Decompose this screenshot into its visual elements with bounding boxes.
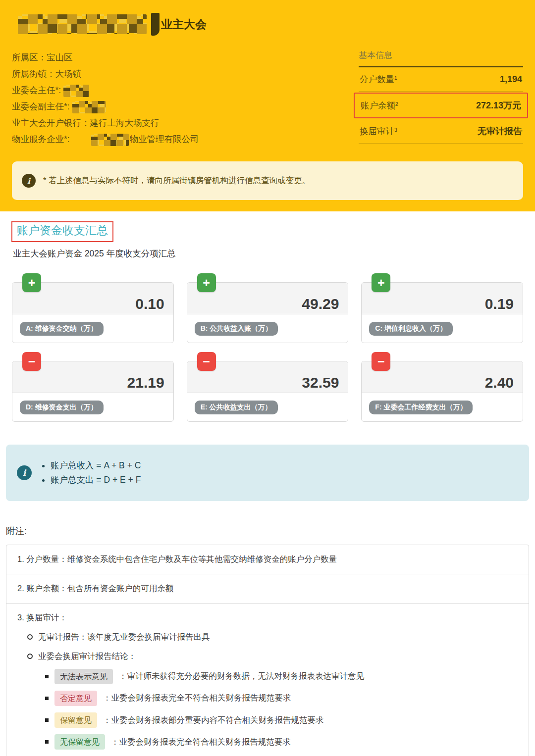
- redacted-title-text: [18, 14, 147, 34]
- row-label: 账户余额²: [361, 100, 398, 111]
- card-value: 49.29: [302, 296, 339, 312]
- notes-heading: 附注:: [6, 525, 523, 537]
- page-title: 业主大会: [12, 13, 523, 36]
- formula-total-income: 账户总收入 = A + B + C: [51, 458, 141, 473]
- redacted-company-name: [91, 134, 129, 146]
- plus-icon: +: [22, 273, 41, 292]
- circle-bullet-icon: [27, 634, 33, 640]
- section-subtitle: 业主大会账户资金 2025 年度收支分项汇总: [13, 248, 523, 259]
- conclusion-unqualified-opinion: 无保留意见 ：业委会财务报表完全符合相关财务报告规范要求: [45, 734, 518, 750]
- minus-icon: −: [22, 352, 41, 371]
- formula-list: 账户总收入 = A + B + C 账户总支出 = D + E + F: [40, 458, 141, 487]
- field-property-company: 物业服务企业*: 物业管理有限公司: [12, 131, 359, 148]
- field-subdistrict: 所属街镇：大场镇: [12, 66, 359, 82]
- header-disclaimer-note: i * 若上述信息与实际不符时，请向所属街镇房管机构进行信息查询或变更。: [12, 161, 523, 200]
- plus-icon: +: [372, 273, 390, 292]
- card-label-pill: B: 公共收益入账（万）: [195, 322, 278, 336]
- card-value: 0.19: [485, 296, 514, 312]
- row-label: 分户数量¹: [360, 73, 397, 85]
- square-bullet-icon: [45, 740, 49, 744]
- circle-bullet-icon: [27, 654, 33, 659]
- card-label-pill: A: 维修资金交纳（万）: [20, 322, 104, 336]
- field-committee-vice-director: 业委会副主任*:: [12, 99, 359, 115]
- card-value: 2.40: [485, 374, 514, 391]
- row-value: 无审计报告: [478, 125, 522, 137]
- conclusion-qualified-opinion: 保留意见 ：业委会财务报表部分重要内容不符合相关财务报告规范要求: [45, 712, 518, 728]
- notes-list: 1. 分户数量：维修资金系统中包含住宅户数及车位等其他需交纳维修资金的账户分户数…: [6, 545, 529, 756]
- summary-card-e: − 32.59 E: 公共收益支出（万）: [187, 361, 349, 422]
- summary-card-a: + 0.10 A: 维修资金交纳（万）: [12, 282, 174, 343]
- note-item-2: 2. 账户余额：包含所有资金账户的可用余额: [6, 574, 529, 604]
- summary-card-c: + 0.19 C: 增值利息收入（万）: [361, 282, 523, 343]
- basic-info-row-accounts: 分户数量¹ 1,194: [359, 67, 523, 92]
- square-bullet-icon: [45, 697, 49, 700]
- opinion-badge: 无法表示意见: [54, 669, 113, 684]
- summary-card-d: − 21.19 D: 维修资金支出（万）: [12, 361, 174, 422]
- opinion-badge: 无保留意见: [54, 734, 105, 750]
- income-cards-row: + 0.10 A: 维修资金交纳（万） + 49.29 B: 公共收益入账（万）…: [12, 282, 523, 343]
- basic-info-title: 基本信息: [359, 50, 523, 67]
- card-label-pill: F: 业委会工作经费支出（万）: [369, 401, 473, 414]
- card-label-pill: C: 增值利息收入（万）: [369, 322, 453, 336]
- basic-info-row-audit: 换届审计³ 无审计报告: [359, 119, 523, 144]
- square-bullet-icon: [45, 675, 49, 678]
- redacted-name: [63, 85, 89, 97]
- info-icon: i: [17, 465, 32, 480]
- field-district: 所属区：宝山区: [12, 50, 359, 66]
- opinion-badge: 保留意见: [54, 712, 97, 728]
- page-header: 业主大会 所属区：宝山区 所属街镇：大场镇 业委会主任*: 业委会副主任*: 业…: [0, 0, 535, 211]
- redacted-name: [72, 101, 106, 113]
- square-bullet-icon: [45, 718, 49, 722]
- note-item-1: 1. 分户数量：维修资金系统中包含住宅户数及车位等其他需交纳维修资金的账户分户数…: [6, 545, 529, 574]
- page-title-text: 业主大会: [161, 17, 207, 32]
- section-title-highlight-box: 账户资金收支汇总: [11, 221, 113, 242]
- note-item-3-sub-1: 无审计报告：该年度无业委会换届审计报告出具: [27, 631, 518, 643]
- card-label-pill: D: 维修资金支出（万）: [20, 401, 104, 414]
- disclaimer-text: * 若上述信息与实际不符时，请向所属街镇房管机构进行信息查询或变更。: [43, 175, 310, 186]
- minus-icon: −: [372, 352, 390, 371]
- summary-card-b: + 49.29 B: 公共收益入账（万）: [187, 282, 349, 343]
- card-label-pill: E: 公共收益支出（万）: [195, 401, 278, 414]
- redacted-title-block: [151, 13, 160, 36]
- basic-info-panel: 基本信息 分户数量¹ 1,194 账户余额² 272.13万元 换届审计³ 无审…: [359, 50, 523, 148]
- card-value: 21.19: [127, 374, 164, 391]
- row-label: 换届审计³: [360, 125, 397, 137]
- note-item-3-sub-2: 业委会换届审计报告结论：: [27, 651, 518, 662]
- opinion-badge: 否定意见: [54, 691, 97, 706]
- conclusion-disclaimer-opinion: 无法表示意见 ：审计师未获得充分必要的财务数据，无法对财务报表表达审计意见: [45, 669, 518, 684]
- info-icon: i: [22, 174, 36, 188]
- card-value: 0.10: [135, 296, 164, 312]
- plus-icon: +: [197, 273, 216, 292]
- opinion-text: ：业委会财务报表完全符合相关财务报告规范要求: [111, 736, 291, 748]
- formula-info-box: i 账户总收入 = A + B + C 账户总支出 = D + E + F: [6, 445, 529, 501]
- row-value: 1,194: [500, 74, 522, 85]
- summary-card-f: − 2.40 F: 业委会工作经费支出（万）: [361, 361, 523, 422]
- card-value: 32.59: [302, 374, 339, 391]
- expense-cards-row: − 21.19 D: 维修资金支出（万） − 32.59 E: 公共收益支出（万…: [12, 361, 523, 422]
- section-title: 账户资金收支汇总: [17, 224, 108, 237]
- formula-total-expense: 账户总支出 = D + E + F: [51, 473, 141, 487]
- row-value: 272.13万元: [476, 100, 521, 111]
- field-committee-director: 业委会主任*:: [12, 82, 359, 99]
- minus-icon: −: [197, 352, 216, 371]
- property-info-list: 所属区：宝山区 所属街镇：大场镇 业委会主任*: 业委会副主任*: 业主大会开户…: [12, 50, 359, 148]
- conclusion-adverse-opinion: 否定意见 ：业委会财务报表完全不符合相关财务报告规范要求: [45, 691, 518, 706]
- field-bank: 业主大会开户银行：建行上海大场支行: [12, 115, 359, 131]
- note-item-3: 3. 换届审计： 无审计报告：该年度无业委会换届审计报告出具 业委会换届审计报告…: [6, 604, 529, 756]
- note-item-3-title: 3. 换届审计：: [17, 612, 518, 624]
- opinion-text: ：审计师未获得充分必要的财务数据，无法对财务报表表达审计意见: [119, 670, 364, 682]
- opinion-text: ：业委会财务报表部分重要内容不符合相关财务报告规范要求: [103, 714, 324, 726]
- opinion-text: ：业委会财务报表完全不符合相关财务报告规范要求: [103, 692, 291, 704]
- basic-info-row-balance-highlighted: 账户余额² 272.13万元: [354, 93, 528, 118]
